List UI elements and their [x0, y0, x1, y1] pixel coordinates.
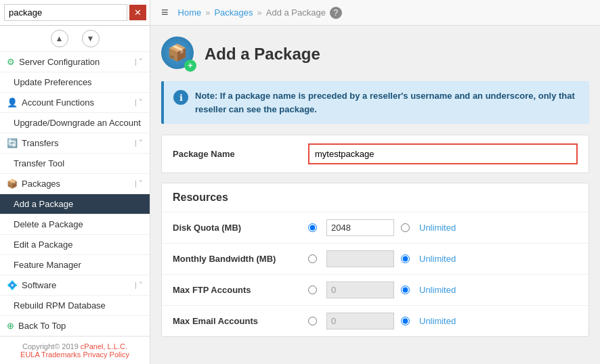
- radio-email-unlimited[interactable]: [401, 317, 410, 325]
- disk-quota-unlimited-label: Unlimited: [419, 223, 456, 233]
- topbar: ≡ Home » Packages » Add a Package ?: [150, 0, 600, 26]
- radio-ftp-value[interactable]: [308, 286, 317, 294]
- breadcrumb-home[interactable]: Home: [178, 7, 202, 18]
- sidebar-item-add-a-package[interactable]: Add a Package: [0, 194, 150, 214]
- hamburger-icon[interactable]: ≡: [161, 5, 169, 20]
- back-to-top-button[interactable]: ⊕ Back To Top: [0, 316, 150, 336]
- software-icon: 💠: [7, 280, 18, 290]
- packages-icon: 📦: [7, 179, 18, 189]
- disk-quota-input[interactable]: [326, 219, 394, 236]
- sidebar-label-update-preferences: Update Preferences: [14, 77, 92, 87]
- bandwidth-input[interactable]: [326, 250, 394, 267]
- resource-label-email: Max Email Accounts: [173, 316, 308, 326]
- ftp-unlimited-label: Unlimited: [419, 285, 456, 295]
- sidebar-item-delete-a-package[interactable]: Delete a Package: [0, 214, 150, 235]
- sidebar-item-software[interactable]: 💠 Software | ˅: [0, 275, 150, 296]
- package-name-input-wrap: [308, 143, 578, 164]
- page-header: 📦 + Add a Package: [161, 37, 589, 72]
- sidebar-label-add-a-package: Add a Package: [14, 199, 73, 209]
- resource-label-ftp: Max FTP Accounts: [173, 285, 308, 295]
- resource-row-email: Max Email Accounts Unlimited: [162, 306, 588, 336]
- package-name-row: Package Name: [162, 135, 588, 173]
- package-name-input[interactable]: [308, 143, 578, 164]
- sidebar-label-account-functions: Account Functions: [22, 97, 94, 108]
- info-icon: ℹ: [173, 90, 188, 105]
- sidebar-label-rebuild-rpm: Rebuild RPM Database: [14, 300, 106, 311]
- account-icon: 👤: [7, 97, 18, 108]
- sidebar-search-container: package ✕: [0, 0, 150, 26]
- sidebar-label-transfer-tool: Transfer Tool: [14, 158, 64, 168]
- resource-row-ftp: Max FTP Accounts Unlimited: [162, 275, 588, 306]
- sidebar-item-update-preferences[interactable]: Update Preferences: [0, 72, 150, 93]
- sidebar-item-upgrade-downgrade[interactable]: Upgrade/Downgrade an Account: [0, 113, 150, 133]
- chevron-right-icon-3: | ˅: [135, 139, 143, 147]
- page-title: Add a Package: [205, 45, 320, 64]
- chevron-right-icon-2: | ˅: [135, 98, 143, 107]
- resource-inputs-email: Unlimited: [308, 313, 578, 329]
- sidebar-item-feature-manager[interactable]: Feature Manager: [0, 255, 150, 275]
- package-icon-badge: +: [184, 60, 196, 72]
- sidebar-label-server-configuration: Server Configuration: [19, 57, 100, 67]
- chevron-right-icon: | ˅: [135, 58, 143, 66]
- sidebar-item-account-functions[interactable]: 👤 Account Functions | ˅: [0, 93, 150, 113]
- sidebar-item-edit-a-package[interactable]: Edit a Package: [0, 235, 150, 255]
- radio-disk-quota-value[interactable]: [308, 223, 317, 232]
- server-icon: ⚙: [7, 57, 15, 67]
- breadcrumb-sep-2: »: [257, 7, 262, 18]
- resource-inputs-ftp: Unlimited: [308, 281, 578, 298]
- ftp-input[interactable]: [326, 281, 394, 298]
- sidebar: package ✕ ▲ ▼ ⚙ Server Configuration | ˅…: [0, 0, 150, 364]
- nav-up-button[interactable]: ▲: [51, 30, 68, 47]
- main-content: ≡ Home » Packages » Add a Package ? 📦 + …: [150, 0, 600, 364]
- content-area: 📦 + Add a Package ℹ Note: If a package n…: [150, 26, 600, 348]
- radio-ftp-unlimited[interactable]: [401, 286, 410, 294]
- resource-row-disk-quota: Disk Quota (MB) Unlimited: [162, 212, 588, 244]
- sidebar-label-feature-manager: Feature Manager: [14, 260, 81, 270]
- resource-label-bandwidth: Monthly Bandwidth (MB): [173, 254, 308, 264]
- bandwidth-unlimited-label: Unlimited: [419, 254, 456, 264]
- transfers-icon: 🔄: [7, 138, 18, 148]
- resource-inputs-bandwidth: Unlimited: [308, 250, 578, 267]
- help-icon[interactable]: ?: [330, 7, 342, 19]
- package-name-card: Package Name: [161, 135, 589, 173]
- sidebar-label-packages: Packages: [22, 179, 60, 189]
- sidebar-nav-arrows: ▲ ▼: [0, 26, 150, 52]
- circle-plus-icon: ⊕: [7, 321, 14, 331]
- sidebar-item-rebuild-rpm[interactable]: Rebuild RPM Database: [0, 296, 150, 316]
- radio-disk-quota-unlimited[interactable]: [401, 223, 410, 232]
- info-box: ℹ Note: If a package name is preceded by…: [161, 81, 589, 124]
- email-unlimited-label: Unlimited: [419, 316, 456, 326]
- resource-inputs-disk-quota: Unlimited: [308, 219, 578, 236]
- nav-down-button[interactable]: ▼: [82, 30, 100, 47]
- copyright-text: Copyright© 2019: [22, 342, 79, 350]
- cpanel-link[interactable]: cPanel, L.L.C.: [81, 342, 127, 350]
- sidebar-item-server-configuration[interactable]: ⚙ Server Configuration | ˅: [0, 52, 150, 72]
- search-clear-button[interactable]: ✕: [129, 5, 146, 20]
- back-to-top-label: Back To Top: [18, 321, 66, 331]
- chevron-right-icon-4: | ˅: [135, 179, 143, 188]
- sidebar-item-transfer-tool[interactable]: Transfer Tool: [0, 154, 150, 174]
- sidebar-label-delete-a-package: Delete a Package: [14, 219, 83, 229]
- breadcrumb-sep-1: »: [205, 7, 210, 18]
- resources-card: Resources Disk Quota (MB) Unlimited Mont…: [161, 183, 589, 337]
- sidebar-label-software: Software: [22, 280, 56, 290]
- sidebar-label-transfers: Transfers: [22, 138, 58, 148]
- email-input[interactable]: [326, 313, 394, 329]
- resources-title: Resources: [162, 183, 588, 212]
- radio-bandwidth-value[interactable]: [308, 254, 317, 263]
- eula-link[interactable]: EULA: [20, 350, 39, 359]
- search-input[interactable]: package: [4, 4, 127, 21]
- trademarks-link[interactable]: Trademarks: [41, 350, 81, 359]
- breadcrumb-packages[interactable]: Packages: [214, 7, 253, 18]
- radio-email-value[interactable]: [308, 317, 317, 325]
- sidebar-item-transfers[interactable]: 🔄 Transfers | ˅: [0, 133, 150, 154]
- sidebar-label-edit-a-package: Edit a Package: [14, 240, 72, 250]
- privacy-link[interactable]: Privacy Policy: [83, 350, 129, 359]
- page-icon-container: 📦 +: [161, 37, 196, 72]
- resource-row-bandwidth: Monthly Bandwidth (MB) Unlimited: [162, 244, 588, 275]
- radio-bandwidth-unlimited[interactable]: [401, 254, 410, 263]
- package-name-label: Package Name: [173, 149, 308, 159]
- sidebar-footer: Copyright© 2019 cPanel, L.L.C. EULA Trad…: [0, 336, 150, 364]
- chevron-right-icon-5: | ˅: [135, 281, 143, 290]
- sidebar-item-packages[interactable]: 📦 Packages | ˅: [0, 174, 150, 194]
